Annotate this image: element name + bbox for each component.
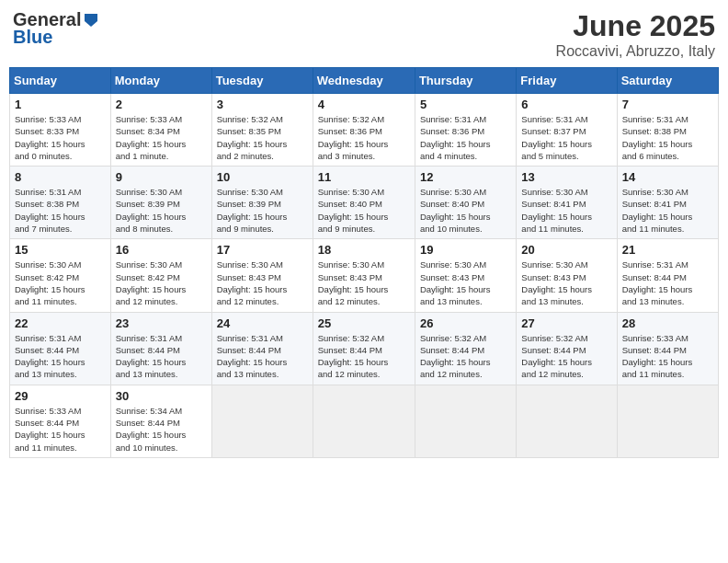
day-number: 29 <box>15 389 106 403</box>
day-number: 5 <box>420 98 511 111</box>
day-number: 23 <box>116 316 207 330</box>
day-info: Sunrise: 5:30 AM Sunset: 8:43 PM Dayligh… <box>318 259 410 307</box>
calendar-cell: 13Sunrise: 5:30 AM Sunset: 8:41 PM Dayli… <box>517 167 617 239</box>
day-info: Sunrise: 5:30 AM Sunset: 8:40 PM Dayligh… <box>318 186 410 235</box>
calendar-cell: 24Sunrise: 5:31 AM Sunset: 8:44 PM Dayli… <box>211 312 313 385</box>
calendar-cell: 29Sunrise: 5:33 AM Sunset: 8:44 PM Dayli… <box>10 385 111 457</box>
day-number: 26 <box>420 316 511 330</box>
calendar-cell: 18Sunrise: 5:30 AM Sunset: 8:43 PM Dayli… <box>313 239 415 312</box>
day-number: 20 <box>521 243 611 257</box>
day-number: 12 <box>420 170 511 184</box>
calendar-cell: 8Sunrise: 5:31 AM Sunset: 8:38 PM Daylig… <box>10 167 111 239</box>
calendar-cell: 4Sunrise: 5:32 AM Sunset: 8:36 PM Daylig… <box>313 94 415 167</box>
day-number: 27 <box>521 316 611 330</box>
calendar-header-row: SundayMondayTuesdayWednesdayThursdayFrid… <box>10 68 719 94</box>
calendar-cell: 21Sunrise: 5:31 AM Sunset: 8:44 PM Dayli… <box>617 239 718 312</box>
day-number: 15 <box>15 243 106 257</box>
day-info: Sunrise: 5:30 AM Sunset: 8:40 PM Dayligh… <box>420 186 511 235</box>
logo: General Blue <box>13 9 99 48</box>
day-of-week-header: Friday <box>517 68 617 94</box>
day-number: 30 <box>116 389 207 403</box>
day-info: Sunrise: 5:31 AM Sunset: 8:37 PM Dayligh… <box>521 113 611 162</box>
day-number: 13 <box>521 170 611 184</box>
logo-icon <box>83 12 99 29</box>
day-info: Sunrise: 5:30 AM Sunset: 8:42 PM Dayligh… <box>15 259 106 307</box>
calendar-cell: 22Sunrise: 5:31 AM Sunset: 8:44 PM Dayli… <box>10 312 111 385</box>
day-number: 24 <box>217 316 308 330</box>
day-number: 1 <box>15 98 106 111</box>
day-info: Sunrise: 5:31 AM Sunset: 8:44 PM Dayligh… <box>622 259 713 307</box>
calendar-cell: 7Sunrise: 5:31 AM Sunset: 8:38 PM Daylig… <box>617 94 718 167</box>
calendar-cell: 1Sunrise: 5:33 AM Sunset: 8:33 PM Daylig… <box>10 94 111 167</box>
calendar-cell: 23Sunrise: 5:31 AM Sunset: 8:44 PM Dayli… <box>110 312 211 385</box>
day-number: 14 <box>622 170 713 184</box>
calendar-week-row: 8Sunrise: 5:31 AM Sunset: 8:38 PM Daylig… <box>10 167 719 239</box>
day-number: 7 <box>622 98 713 111</box>
calendar-cell: 16Sunrise: 5:30 AM Sunset: 8:42 PM Dayli… <box>110 239 211 312</box>
day-info: Sunrise: 5:30 AM Sunset: 8:39 PM Dayligh… <box>217 186 308 235</box>
day-info: Sunrise: 5:30 AM Sunset: 8:43 PM Dayligh… <box>521 259 611 307</box>
day-info: Sunrise: 5:32 AM Sunset: 8:36 PM Dayligh… <box>318 113 410 162</box>
day-number: 6 <box>521 98 611 111</box>
logo-blue-text: Blue <box>13 27 52 48</box>
day-info: Sunrise: 5:34 AM Sunset: 8:44 PM Dayligh… <box>116 405 207 454</box>
day-number: 4 <box>318 98 410 111</box>
month-title: June 2025 <box>556 9 715 43</box>
day-number: 28 <box>622 316 713 330</box>
day-info: Sunrise: 5:31 AM Sunset: 8:38 PM Dayligh… <box>622 113 713 162</box>
calendar-cell: 14Sunrise: 5:30 AM Sunset: 8:41 PM Dayli… <box>617 167 718 239</box>
calendar-cell: 26Sunrise: 5:32 AM Sunset: 8:44 PM Dayli… <box>415 312 516 385</box>
day-number: 3 <box>217 98 308 111</box>
calendar-week-row: 29Sunrise: 5:33 AM Sunset: 8:44 PM Dayli… <box>10 385 719 457</box>
svg-marker-0 <box>85 14 97 27</box>
calendar-cell: 6Sunrise: 5:31 AM Sunset: 8:37 PM Daylig… <box>517 94 617 167</box>
day-number: 9 <box>116 170 207 184</box>
day-info: Sunrise: 5:31 AM Sunset: 8:44 PM Dayligh… <box>116 332 207 381</box>
day-info: Sunrise: 5:32 AM Sunset: 8:44 PM Dayligh… <box>521 332 611 381</box>
day-info: Sunrise: 5:30 AM Sunset: 8:42 PM Dayligh… <box>116 259 207 307</box>
calendar-cell: 19Sunrise: 5:30 AM Sunset: 8:43 PM Dayli… <box>415 239 516 312</box>
day-number: 21 <box>622 243 713 257</box>
day-info: Sunrise: 5:31 AM Sunset: 8:36 PM Dayligh… <box>420 113 511 162</box>
day-number: 19 <box>420 243 511 257</box>
calendar-cell: 25Sunrise: 5:32 AM Sunset: 8:44 PM Dayli… <box>313 312 415 385</box>
day-info: Sunrise: 5:30 AM Sunset: 8:43 PM Dayligh… <box>217 259 308 307</box>
day-number: 17 <box>217 243 308 257</box>
calendar-week-row: 1Sunrise: 5:33 AM Sunset: 8:33 PM Daylig… <box>10 94 719 167</box>
day-number: 10 <box>217 170 308 184</box>
day-info: Sunrise: 5:33 AM Sunset: 8:44 PM Dayligh… <box>622 332 713 381</box>
day-of-week-header: Tuesday <box>211 68 313 94</box>
day-info: Sunrise: 5:30 AM Sunset: 8:39 PM Dayligh… <box>116 186 207 235</box>
day-info: Sunrise: 5:30 AM Sunset: 8:43 PM Dayligh… <box>420 259 511 307</box>
calendar-cell: 5Sunrise: 5:31 AM Sunset: 8:36 PM Daylig… <box>415 94 516 167</box>
day-of-week-header: Sunday <box>10 68 111 94</box>
calendar-table: SundayMondayTuesdayWednesdayThursdayFrid… <box>9 67 719 458</box>
day-info: Sunrise: 5:32 AM Sunset: 8:44 PM Dayligh… <box>420 332 511 381</box>
calendar-cell: 15Sunrise: 5:30 AM Sunset: 8:42 PM Dayli… <box>10 239 111 312</box>
calendar-cell <box>415 385 516 457</box>
day-info: Sunrise: 5:31 AM Sunset: 8:44 PM Dayligh… <box>15 332 106 381</box>
day-number: 22 <box>15 316 106 330</box>
day-number: 8 <box>15 170 106 184</box>
calendar-cell: 3Sunrise: 5:32 AM Sunset: 8:35 PM Daylig… <box>211 94 313 167</box>
day-of-week-header: Thursday <box>415 68 516 94</box>
calendar-cell: 10Sunrise: 5:30 AM Sunset: 8:39 PM Dayli… <box>211 167 313 239</box>
day-info: Sunrise: 5:31 AM Sunset: 8:38 PM Dayligh… <box>15 186 106 235</box>
day-info: Sunrise: 5:32 AM Sunset: 8:35 PM Dayligh… <box>217 113 308 162</box>
calendar-cell: 17Sunrise: 5:30 AM Sunset: 8:43 PM Dayli… <box>211 239 313 312</box>
day-number: 18 <box>318 243 410 257</box>
day-number: 16 <box>116 243 207 257</box>
day-of-week-header: Saturday <box>617 68 718 94</box>
day-info: Sunrise: 5:33 AM Sunset: 8:34 PM Dayligh… <box>116 113 207 162</box>
day-info: Sunrise: 5:30 AM Sunset: 8:41 PM Dayligh… <box>521 186 611 235</box>
day-number: 2 <box>116 98 207 111</box>
day-info: Sunrise: 5:32 AM Sunset: 8:44 PM Dayligh… <box>318 332 410 381</box>
calendar-week-row: 15Sunrise: 5:30 AM Sunset: 8:42 PM Dayli… <box>10 239 719 312</box>
calendar-cell <box>517 385 617 457</box>
page-header: General Blue June 2025 Roccavivi, Abruzz… <box>9 9 719 60</box>
day-info: Sunrise: 5:30 AM Sunset: 8:41 PM Dayligh… <box>622 186 713 235</box>
day-number: 25 <box>318 316 410 330</box>
title-section: June 2025 Roccavivi, Abruzzo, Italy <box>556 9 715 60</box>
calendar-cell: 27Sunrise: 5:32 AM Sunset: 8:44 PM Dayli… <box>517 312 617 385</box>
day-of-week-header: Monday <box>110 68 211 94</box>
